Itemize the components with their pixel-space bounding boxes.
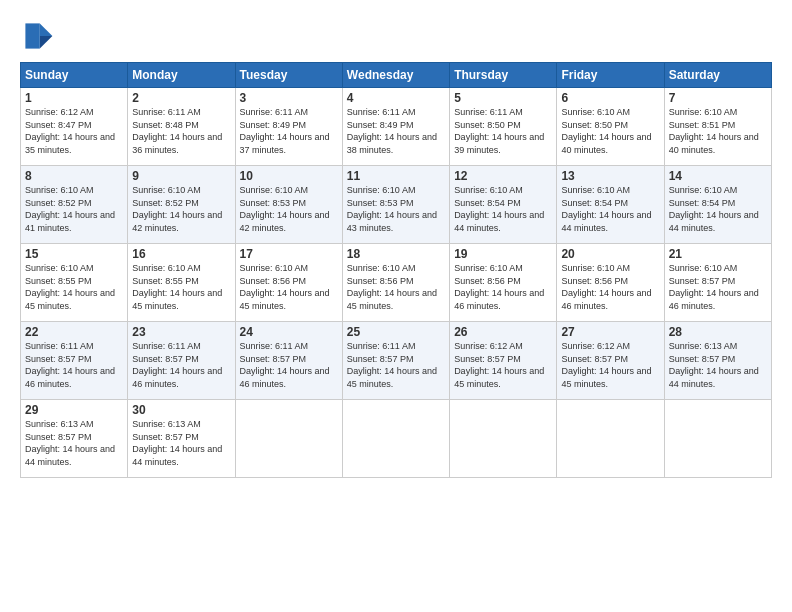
day-number: 9 (132, 169, 230, 183)
calendar-cell: 8Sunrise: 6:10 AMSunset: 8:52 PMDaylight… (21, 166, 128, 244)
day-info: Sunrise: 6:10 AMSunset: 8:56 PMDaylight:… (561, 262, 659, 312)
calendar-week-row: 1Sunrise: 6:12 AMSunset: 8:47 PMDaylight… (21, 88, 772, 166)
day-info: Sunrise: 6:11 AMSunset: 8:57 PMDaylight:… (132, 340, 230, 390)
day-number: 13 (561, 169, 659, 183)
calendar-cell (664, 400, 771, 478)
day-number: 29 (25, 403, 123, 417)
calendar-header-row: SundayMondayTuesdayWednesdayThursdayFrid… (21, 63, 772, 88)
calendar-cell: 15Sunrise: 6:10 AMSunset: 8:55 PMDayligh… (21, 244, 128, 322)
calendar-cell: 27Sunrise: 6:12 AMSunset: 8:57 PMDayligh… (557, 322, 664, 400)
calendar-cell: 17Sunrise: 6:10 AMSunset: 8:56 PMDayligh… (235, 244, 342, 322)
day-info: Sunrise: 6:13 AMSunset: 8:57 PMDaylight:… (669, 340, 767, 390)
logo-icon (20, 18, 56, 54)
day-number: 30 (132, 403, 230, 417)
day-number: 4 (347, 91, 445, 105)
day-number: 17 (240, 247, 338, 261)
day-number: 16 (132, 247, 230, 261)
day-header-monday: Monday (128, 63, 235, 88)
calendar-cell (342, 400, 449, 478)
calendar-cell (450, 400, 557, 478)
day-header-wednesday: Wednesday (342, 63, 449, 88)
calendar-cell: 1Sunrise: 6:12 AMSunset: 8:47 PMDaylight… (21, 88, 128, 166)
day-number: 8 (25, 169, 123, 183)
calendar-week-row: 8Sunrise: 6:10 AMSunset: 8:52 PMDaylight… (21, 166, 772, 244)
day-info: Sunrise: 6:11 AMSunset: 8:57 PMDaylight:… (347, 340, 445, 390)
day-info: Sunrise: 6:13 AMSunset: 8:57 PMDaylight:… (132, 418, 230, 468)
day-header-friday: Friday (557, 63, 664, 88)
header (20, 18, 772, 54)
day-info: Sunrise: 6:11 AMSunset: 8:49 PMDaylight:… (347, 106, 445, 156)
day-info: Sunrise: 6:10 AMSunset: 8:52 PMDaylight:… (132, 184, 230, 234)
day-number: 22 (25, 325, 123, 339)
day-number: 20 (561, 247, 659, 261)
day-header-thursday: Thursday (450, 63, 557, 88)
day-number: 21 (669, 247, 767, 261)
day-number: 25 (347, 325, 445, 339)
calendar-cell: 19Sunrise: 6:10 AMSunset: 8:56 PMDayligh… (450, 244, 557, 322)
day-info: Sunrise: 6:11 AMSunset: 8:48 PMDaylight:… (132, 106, 230, 156)
day-header-tuesday: Tuesday (235, 63, 342, 88)
day-number: 11 (347, 169, 445, 183)
calendar-table: SundayMondayTuesdayWednesdayThursdayFrid… (20, 62, 772, 478)
calendar-cell: 26Sunrise: 6:12 AMSunset: 8:57 PMDayligh… (450, 322, 557, 400)
calendar-cell: 23Sunrise: 6:11 AMSunset: 8:57 PMDayligh… (128, 322, 235, 400)
day-info: Sunrise: 6:13 AMSunset: 8:57 PMDaylight:… (25, 418, 123, 468)
day-number: 5 (454, 91, 552, 105)
calendar-cell: 13Sunrise: 6:10 AMSunset: 8:54 PMDayligh… (557, 166, 664, 244)
day-info: Sunrise: 6:12 AMSunset: 8:57 PMDaylight:… (561, 340, 659, 390)
day-info: Sunrise: 6:10 AMSunset: 8:56 PMDaylight:… (240, 262, 338, 312)
day-number: 2 (132, 91, 230, 105)
svg-marker-0 (40, 23, 53, 36)
calendar-cell: 12Sunrise: 6:10 AMSunset: 8:54 PMDayligh… (450, 166, 557, 244)
calendar-cell (557, 400, 664, 478)
calendar-cell: 3Sunrise: 6:11 AMSunset: 8:49 PMDaylight… (235, 88, 342, 166)
day-info: Sunrise: 6:10 AMSunset: 8:56 PMDaylight:… (454, 262, 552, 312)
calendar-cell: 25Sunrise: 6:11 AMSunset: 8:57 PMDayligh… (342, 322, 449, 400)
calendar-cell: 29Sunrise: 6:13 AMSunset: 8:57 PMDayligh… (21, 400, 128, 478)
day-info: Sunrise: 6:10 AMSunset: 8:57 PMDaylight:… (669, 262, 767, 312)
day-info: Sunrise: 6:10 AMSunset: 8:54 PMDaylight:… (669, 184, 767, 234)
calendar-week-row: 29Sunrise: 6:13 AMSunset: 8:57 PMDayligh… (21, 400, 772, 478)
day-number: 19 (454, 247, 552, 261)
day-info: Sunrise: 6:12 AMSunset: 8:57 PMDaylight:… (454, 340, 552, 390)
calendar-cell: 9Sunrise: 6:10 AMSunset: 8:52 PMDaylight… (128, 166, 235, 244)
day-number: 14 (669, 169, 767, 183)
calendar-cell: 16Sunrise: 6:10 AMSunset: 8:55 PMDayligh… (128, 244, 235, 322)
logo (20, 18, 60, 54)
calendar-cell: 6Sunrise: 6:10 AMSunset: 8:50 PMDaylight… (557, 88, 664, 166)
day-info: Sunrise: 6:10 AMSunset: 8:54 PMDaylight:… (454, 184, 552, 234)
day-info: Sunrise: 6:10 AMSunset: 8:53 PMDaylight:… (240, 184, 338, 234)
calendar-cell: 18Sunrise: 6:10 AMSunset: 8:56 PMDayligh… (342, 244, 449, 322)
day-number: 6 (561, 91, 659, 105)
day-info: Sunrise: 6:11 AMSunset: 8:49 PMDaylight:… (240, 106, 338, 156)
calendar-cell: 10Sunrise: 6:10 AMSunset: 8:53 PMDayligh… (235, 166, 342, 244)
calendar-cell: 4Sunrise: 6:11 AMSunset: 8:49 PMDaylight… (342, 88, 449, 166)
calendar-cell: 2Sunrise: 6:11 AMSunset: 8:48 PMDaylight… (128, 88, 235, 166)
calendar-cell: 7Sunrise: 6:10 AMSunset: 8:51 PMDaylight… (664, 88, 771, 166)
svg-rect-2 (25, 23, 39, 48)
day-info: Sunrise: 6:11 AMSunset: 8:57 PMDaylight:… (25, 340, 123, 390)
day-info: Sunrise: 6:10 AMSunset: 8:55 PMDaylight:… (132, 262, 230, 312)
day-info: Sunrise: 6:10 AMSunset: 8:51 PMDaylight:… (669, 106, 767, 156)
day-number: 28 (669, 325, 767, 339)
day-info: Sunrise: 6:10 AMSunset: 8:52 PMDaylight:… (25, 184, 123, 234)
day-info: Sunrise: 6:12 AMSunset: 8:47 PMDaylight:… (25, 106, 123, 156)
calendar-cell: 21Sunrise: 6:10 AMSunset: 8:57 PMDayligh… (664, 244, 771, 322)
day-info: Sunrise: 6:10 AMSunset: 8:54 PMDaylight:… (561, 184, 659, 234)
calendar-cell: 22Sunrise: 6:11 AMSunset: 8:57 PMDayligh… (21, 322, 128, 400)
calendar-cell: 5Sunrise: 6:11 AMSunset: 8:50 PMDaylight… (450, 88, 557, 166)
day-number: 27 (561, 325, 659, 339)
calendar-cell (235, 400, 342, 478)
calendar-cell: 30Sunrise: 6:13 AMSunset: 8:57 PMDayligh… (128, 400, 235, 478)
day-info: Sunrise: 6:11 AMSunset: 8:50 PMDaylight:… (454, 106, 552, 156)
calendar-week-row: 22Sunrise: 6:11 AMSunset: 8:57 PMDayligh… (21, 322, 772, 400)
day-number: 15 (25, 247, 123, 261)
day-number: 26 (454, 325, 552, 339)
page: SundayMondayTuesdayWednesdayThursdayFrid… (0, 0, 792, 612)
day-number: 24 (240, 325, 338, 339)
calendar-cell: 24Sunrise: 6:11 AMSunset: 8:57 PMDayligh… (235, 322, 342, 400)
svg-marker-1 (40, 36, 53, 49)
calendar-cell: 11Sunrise: 6:10 AMSunset: 8:53 PMDayligh… (342, 166, 449, 244)
calendar-cell: 20Sunrise: 6:10 AMSunset: 8:56 PMDayligh… (557, 244, 664, 322)
calendar-cell: 28Sunrise: 6:13 AMSunset: 8:57 PMDayligh… (664, 322, 771, 400)
